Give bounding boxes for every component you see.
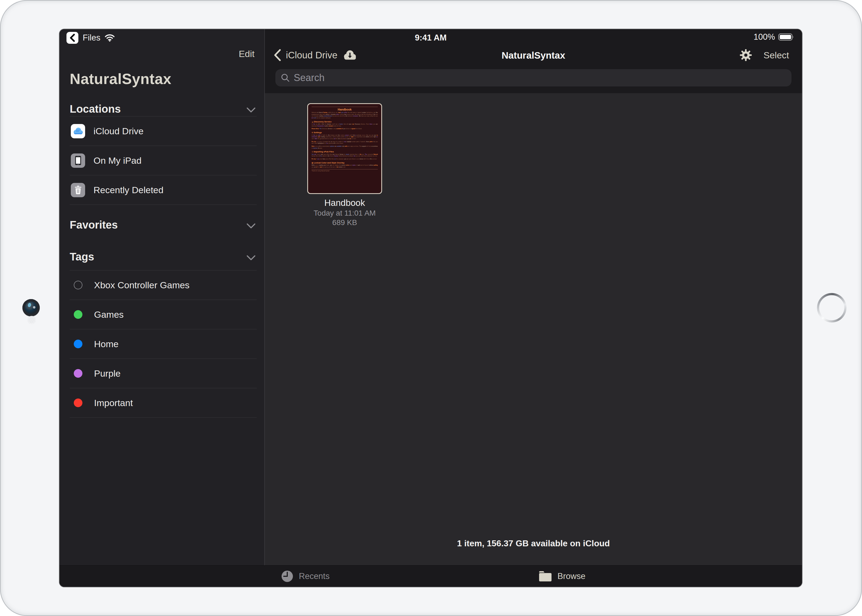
tab-label: Browse xyxy=(557,571,585,581)
status-bar: Files 9:41 AM 100% xyxy=(60,29,802,47)
section-header-locations[interactable]: Locations xyxy=(70,103,121,115)
file-thumbnail-handbook[interactable]: HandbookWelcome to Natural Syntax, withi… xyxy=(307,103,382,194)
sidebar-tag-purple[interactable]: Purple xyxy=(70,359,257,388)
edit-button[interactable]: Edit xyxy=(239,49,255,59)
chevron-down-icon[interactable] xyxy=(247,107,256,113)
chevron-down-icon[interactable] xyxy=(247,255,256,261)
home-button[interactable] xyxy=(817,293,846,322)
sidebar-title: NaturalSyntax xyxy=(70,70,171,88)
tag-label: Games xyxy=(94,310,124,320)
tag-circle-icon xyxy=(74,339,82,348)
ipad-device: Files 9:41 AM 100% Edit xyxy=(0,0,862,616)
sidebar-item-label: Recently Deleted xyxy=(93,185,164,195)
light-sensor-icon xyxy=(28,316,36,324)
screen: Files 9:41 AM 100% Edit xyxy=(60,29,802,587)
tab-bar: Recents Browse xyxy=(60,565,802,587)
tag-circle-icon xyxy=(74,310,82,319)
tag-label: Purple xyxy=(94,368,121,379)
document-preview: HandbookWelcome to Natural Syntax, withi… xyxy=(308,104,381,171)
sidebar-divider xyxy=(264,29,265,566)
tag-circle-icon xyxy=(74,399,82,407)
tag-label: Home xyxy=(94,339,119,349)
tab-label: Recents xyxy=(299,571,330,581)
clock-icon xyxy=(281,570,293,583)
search-input[interactable]: Search xyxy=(275,69,791,86)
sidebar: Edit NaturalSyntax Locations xyxy=(60,29,264,566)
storage-summary: 1 item, 156.37 GB available on iCloud xyxy=(265,539,802,548)
file-browser-area: HandbookWelcome to Natural Syntax, withi… xyxy=(265,93,802,566)
file-caption[interactable]: Handbook Today at 11:01 AM 689 KB xyxy=(291,198,398,227)
file-name: Handbook xyxy=(291,198,398,208)
tag-circle-icon xyxy=(74,281,82,289)
tag-label: Xbox Controller Games xyxy=(94,280,189,291)
tab-browse[interactable]: Browse xyxy=(538,566,585,587)
select-button[interactable]: Select xyxy=(764,50,789,61)
ipad-icon xyxy=(71,154,85,168)
sidebar-item-recently-deleted[interactable]: Recently Deleted xyxy=(70,175,257,205)
search-icon xyxy=(281,73,290,82)
section-header-tags[interactable]: Tags xyxy=(70,251,94,263)
file-modified-date: Today at 11:01 AM xyxy=(291,208,398,218)
section-header-favorites[interactable]: Favorites xyxy=(70,219,118,231)
gear-icon[interactable] xyxy=(739,49,752,61)
icloud-drive-icon xyxy=(71,124,85,138)
front-camera-icon xyxy=(22,299,40,316)
search-placeholder: Search xyxy=(294,72,324,83)
trash-icon xyxy=(71,183,85,197)
tab-recents[interactable]: Recents xyxy=(281,566,330,587)
tag-label: Important xyxy=(94,398,133,408)
page-title: NaturalSyntax xyxy=(265,50,802,61)
status-time: 9:41 AM xyxy=(60,33,802,43)
battery-icon xyxy=(778,33,794,41)
sidebar-item-on-my-ipad[interactable]: On My iPad xyxy=(70,146,257,175)
battery-percent: 100% xyxy=(753,32,775,42)
sidebar-tag-important[interactable]: Important xyxy=(70,388,257,418)
file-size: 689 KB xyxy=(291,218,398,227)
sidebar-item-icloud-drive[interactable]: iCloud Drive xyxy=(70,116,257,146)
sidebar-item-label: On My iPad xyxy=(93,156,142,166)
sidebar-item-label: iCloud Drive xyxy=(93,126,143,137)
sidebar-tag-games[interactable]: Games xyxy=(70,300,257,329)
chevron-down-icon[interactable] xyxy=(247,223,256,229)
sidebar-tag-home[interactable]: Home xyxy=(70,329,257,359)
folder-icon xyxy=(538,570,552,582)
sidebar-tag-xbox-controller-games[interactable]: Xbox Controller Games xyxy=(70,270,257,300)
tag-circle-icon xyxy=(74,369,82,378)
